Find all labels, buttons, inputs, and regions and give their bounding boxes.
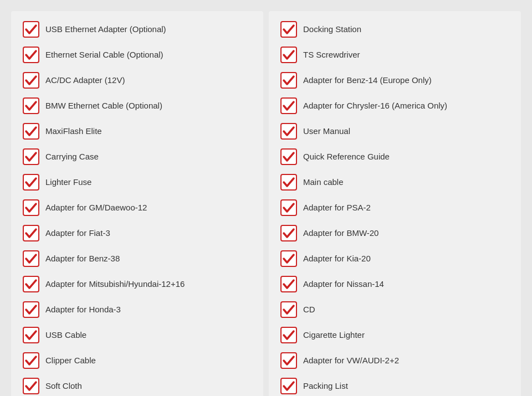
check-icon: [280, 275, 298, 293]
check-icon: [280, 377, 298, 395]
check-icon: [22, 377, 40, 395]
item-label: Adapter for Fiat-3: [45, 228, 110, 239]
item-label: USB Cable: [45, 330, 86, 341]
check-icon: [280, 122, 298, 140]
item-label: Adapter for Kia-20: [303, 253, 371, 264]
list-item: USB Cable: [19, 322, 255, 348]
list-item: User Manual: [277, 119, 513, 144]
left-column: USB Ethernet Adapter (Optional) Ethernet…: [11, 11, 263, 396]
item-label: Adapter for Benz-38: [45, 253, 120, 264]
check-icon: [280, 199, 298, 217]
list-item: TS Screwdriver: [277, 42, 513, 68]
list-item: CD: [277, 297, 513, 322]
check-icon: [280, 301, 298, 318]
check-icon: [280, 250, 298, 268]
list-item: Packing List: [277, 373, 513, 396]
item-label: AC/DC Adapter (12V): [45, 75, 125, 86]
check-icon: [280, 46, 298, 64]
item-label: Packing List: [303, 380, 348, 392]
item-label: Adapter for GM/Daewoo-12: [45, 202, 147, 213]
check-icon: [22, 71, 40, 89]
item-label: MaxiFlash Elite: [45, 126, 102, 137]
list-item: AC/DC Adapter (12V): [19, 68, 255, 93]
item-label: Adapter for BMW-20: [303, 228, 378, 239]
item-label: Docking Station: [303, 24, 361, 35]
item-label: Adapter for Chrysler-16 (America Only): [303, 100, 447, 111]
list-item: MaxiFlash Elite: [19, 119, 255, 144]
check-icon: [280, 224, 298, 242]
list-item: Adapter for BMW-20: [277, 220, 513, 246]
check-icon: [22, 326, 40, 344]
check-icon: [280, 326, 298, 344]
list-item: Adapter for Fiat-3: [19, 220, 255, 246]
check-icon: [280, 148, 298, 166]
item-label: Adapter for Honda-3: [45, 304, 121, 315]
item-label: Carrying Case: [45, 151, 99, 162]
list-item: Adapter for Nissan-14: [277, 271, 513, 297]
check-icon: [22, 20, 40, 38]
list-item: Lighter Fuse: [19, 169, 255, 195]
list-item: Adapter for Chrysler-16 (America Only): [277, 93, 513, 119]
check-icon: [22, 199, 40, 217]
check-icon: [22, 224, 40, 242]
list-item: BMW Ethernet Cable (Optional): [19, 93, 255, 119]
list-item: Main cable: [277, 169, 513, 195]
item-label: Adapter for VW/AUDI-2+2: [303, 355, 399, 366]
item-label: Adapter for PSA-2: [303, 202, 371, 213]
item-label: USB Ethernet Adapter (Optional): [45, 24, 166, 35]
check-icon: [22, 173, 40, 191]
item-label: CD: [303, 304, 315, 315]
list-item: Soft Cloth: [19, 373, 255, 396]
list-item: Adapter for Kia-20: [277, 246, 513, 271]
item-label: Adapter for Nissan-14: [303, 279, 384, 290]
item-label: Main cable: [303, 177, 344, 188]
check-icon: [22, 352, 40, 369]
list-item: Cigarette Lighter: [277, 322, 513, 348]
list-item: USB Ethernet Adapter (Optional): [19, 17, 255, 42]
item-label: Soft Cloth: [45, 380, 82, 392]
check-icon: [280, 20, 298, 38]
item-label: Quick Reference Guide: [303, 151, 390, 162]
list-item: Adapter for Benz-38: [19, 246, 255, 271]
check-icon: [22, 250, 40, 268]
main-container: USB Ethernet Adapter (Optional) Ethernet…: [6, 6, 526, 396]
item-label: TS Screwdriver: [303, 49, 360, 60]
right-column: Docking Station TS Screwdriver Adapter f…: [269, 11, 521, 396]
check-icon: [22, 122, 40, 140]
check-icon: [280, 173, 298, 191]
check-icon: [22, 148, 40, 166]
item-label: Clipper Cable: [45, 355, 96, 366]
list-item: Clipper Cable: [19, 348, 255, 373]
item-label: Adapter for Benz-14 (Europe Only): [303, 75, 432, 86]
check-icon: [22, 275, 40, 293]
check-icon: [280, 352, 298, 369]
list-item: Docking Station: [277, 17, 513, 42]
item-label: Lighter Fuse: [45, 177, 91, 188]
item-label: Adapter for Mitsubishi/Hyundai-12+16: [45, 279, 185, 290]
list-item: Adapter for Mitsubishi/Hyundai-12+16: [19, 271, 255, 297]
list-item: Adapter for PSA-2: [277, 195, 513, 220]
item-label: BMW Ethernet Cable (Optional): [45, 100, 162, 111]
item-label: User Manual: [303, 126, 350, 137]
list-item: Carrying Case: [19, 144, 255, 169]
list-item: Ethernet Serial Cable (Optional): [19, 42, 255, 68]
check-icon: [280, 71, 298, 89]
check-icon: [280, 97, 298, 115]
list-item: Adapter for Benz-14 (Europe Only): [277, 68, 513, 93]
check-icon: [22, 46, 40, 64]
list-item: Adapter for Honda-3: [19, 297, 255, 322]
list-item: Quick Reference Guide: [277, 144, 513, 169]
check-icon: [22, 301, 40, 318]
item-label: Ethernet Serial Cable (Optional): [45, 49, 163, 60]
list-item: Adapter for VW/AUDI-2+2: [277, 348, 513, 373]
item-label: Cigarette Lighter: [303, 330, 365, 341]
list-item: Adapter for GM/Daewoo-12: [19, 195, 255, 220]
check-icon: [22, 97, 40, 115]
